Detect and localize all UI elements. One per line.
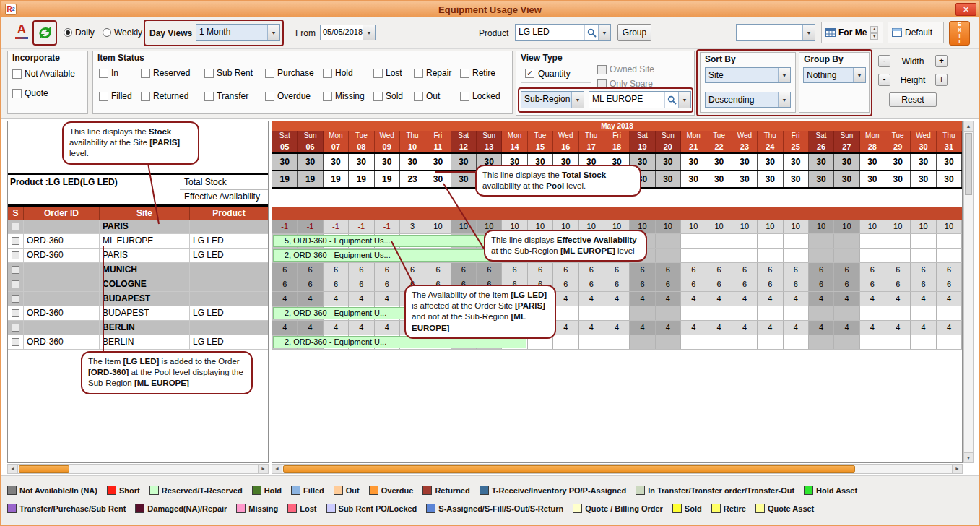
order-row[interactable]: ORD-360BUDAPESTLG LED: [8, 306, 268, 321]
scroll-left-icon[interactable]: ◄: [272, 465, 282, 473]
calendar-cell[interactable]: 4: [784, 292, 809, 306]
calendar-cell[interactable]: 3: [400, 220, 425, 233]
checkbox-out[interactable]: Out: [414, 91, 460, 101]
calendar-cell[interactable]: 4: [375, 321, 400, 335]
calendar-cell[interactable]: [706, 249, 732, 262]
calendar-cell[interactable]: -1: [375, 220, 400, 233]
checkbox-quote[interactable]: Quote: [12, 88, 75, 98]
calendar-cell[interactable]: -1: [298, 220, 323, 233]
scroll-left-icon[interactable]: ◄: [8, 465, 18, 473]
region-dropdown-icon[interactable]: ▼: [678, 92, 690, 108]
checkbox-overdue[interactable]: Overdue: [265, 91, 323, 101]
calendar-cell[interactable]: [681, 335, 706, 349]
effective-cell[interactable]: 19: [272, 171, 298, 187]
calendar-cell[interactable]: 4: [272, 292, 298, 306]
effective-cell[interactable]: 30: [656, 171, 681, 187]
calendar-cell[interactable]: 6: [272, 277, 298, 291]
sort-field-combo[interactable]: Site ▼: [705, 67, 791, 83]
view-selector-combo[interactable]: ▼: [736, 24, 815, 41]
height-minus-button[interactable]: -: [878, 74, 890, 86]
calendar-cell[interactable]: 4: [375, 292, 400, 306]
total-stock-cell[interactable]: 30: [860, 154, 885, 170]
effective-cell[interactable]: 30: [732, 171, 758, 187]
calendar-cell[interactable]: 4: [860, 292, 885, 306]
row-select-cell[interactable]: [8, 306, 24, 320]
calendar-cell[interactable]: 6: [477, 263, 502, 277]
calendar-cell[interactable]: [706, 234, 732, 248]
row-checkbox[interactable]: [12, 309, 19, 317]
row-select-cell[interactable]: [8, 220, 24, 233]
calendar-cell[interactable]: 6: [298, 277, 323, 291]
calendar-cell[interactable]: 6: [809, 263, 834, 277]
calendar-cell[interactable]: 6: [579, 277, 604, 291]
total-stock-cell[interactable]: 30: [758, 154, 783, 170]
calendar-cell[interactable]: 10: [681, 220, 706, 233]
row-select-cell[interactable]: [8, 292, 24, 306]
horizontal-scroll-thumb[interactable]: [283, 465, 855, 473]
checkbox-box[interactable]: [204, 92, 214, 101]
total-stock-cell[interactable]: 30: [706, 154, 732, 170]
calendar-cell[interactable]: [758, 234, 783, 248]
close-icon[interactable]: ✕: [955, 3, 976, 16]
calendar-cell[interactable]: 6: [349, 263, 374, 277]
calendar-cell[interactable]: 4: [298, 292, 323, 306]
calendar-cell[interactable]: [937, 335, 962, 349]
total-stock-cell[interactable]: 30: [834, 154, 859, 170]
calendar-horizontal-scrollbar[interactable]: ◄ ►: [272, 464, 963, 474]
calendar-cell[interactable]: [630, 335, 655, 349]
scroll-down-icon[interactable]: ▼: [964, 452, 973, 462]
calendar-cell[interactable]: 4: [784, 321, 809, 335]
total-stock-cell[interactable]: 30: [656, 154, 681, 170]
checkbox-box[interactable]: [12, 89, 22, 98]
checkbox-hold[interactable]: Hold: [323, 68, 373, 78]
calendar-cell[interactable]: 6: [911, 277, 936, 291]
effective-cell[interactable]: 19: [375, 171, 400, 187]
calendar-cell[interactable]: 6: [502, 263, 527, 277]
calendar-vertical-scrollbar[interactable]: ▲ ▼: [963, 121, 974, 463]
calendar-cell[interactable]: 6: [324, 277, 349, 291]
column-header-product[interactable]: Product: [190, 207, 268, 220]
row-checkbox[interactable]: [12, 251, 19, 259]
search-icon[interactable]: [584, 25, 598, 40]
calendar-cell[interactable]: [834, 335, 859, 349]
calendar-cell[interactable]: [809, 306, 834, 320]
calendar-cell[interactable]: [681, 306, 706, 320]
effective-cell[interactable]: 30: [758, 171, 783, 187]
calendar-cell[interactable]: 4: [324, 292, 349, 306]
checkbox-box[interactable]: [265, 69, 274, 78]
effective-cell[interactable]: 30: [911, 171, 936, 187]
calendar-cell[interactable]: [656, 234, 681, 248]
calendar-cell[interactable]: [911, 249, 936, 262]
calendar-cell[interactable]: 4: [732, 292, 758, 306]
checkbox-sold[interactable]: Sold: [373, 91, 414, 101]
sort-field-dropdown-icon[interactable]: ▼: [778, 68, 790, 82]
calendar-cell[interactable]: 6: [860, 263, 885, 277]
radio-daily[interactable]: Daily: [64, 27, 95, 38]
effective-cell[interactable]: 30: [784, 171, 809, 187]
effective-cell[interactable]: 30: [834, 171, 859, 187]
calendar-cell[interactable]: 6: [732, 263, 758, 277]
calendar-cell[interactable]: 6: [604, 277, 630, 291]
calendar-cell[interactable]: [885, 335, 911, 349]
calendar-cell[interactable]: [553, 306, 578, 320]
total-stock-cell[interactable]: 30: [425, 154, 451, 170]
calendar-cell[interactable]: 4: [834, 292, 859, 306]
calendar-cell[interactable]: [885, 306, 911, 320]
sort-direction-dropdown-icon[interactable]: ▼: [778, 92, 790, 107]
effective-cell[interactable]: 30: [681, 171, 706, 187]
calendar-cell[interactable]: [758, 249, 783, 262]
calendar-cell[interactable]: [656, 249, 681, 262]
font-color-icon[interactable]: A: [13, 22, 30, 43]
calendar-cell[interactable]: 4: [579, 321, 604, 335]
calendar-cell[interactable]: 6: [425, 263, 451, 277]
calendar-cell[interactable]: 6: [656, 277, 681, 291]
row-select-cell[interactable]: [8, 234, 24, 248]
group-by-combo[interactable]: Nothing ▼: [803, 67, 866, 83]
calendar-cell[interactable]: [809, 234, 834, 248]
checkbox-transfer[interactable]: Transfer: [204, 91, 265, 101]
total-stock-cell[interactable]: 30: [732, 154, 758, 170]
calendar-cell[interactable]: 4: [349, 321, 374, 335]
refresh-icon[interactable]: [37, 25, 53, 41]
calendar-cell[interactable]: [834, 234, 859, 248]
calendar-cell[interactable]: 4: [937, 321, 962, 335]
